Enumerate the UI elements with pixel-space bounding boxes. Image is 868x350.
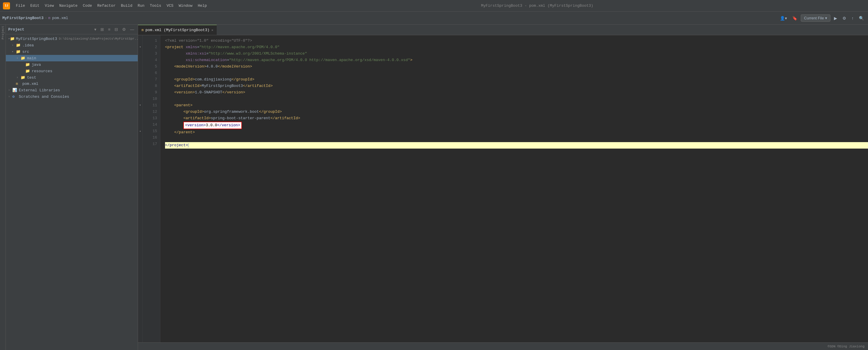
- tree-item-root[interactable]: ▾ 📁 MyFirstSpringBoot3 D:\DingJiaxiong\I…: [6, 35, 138, 42]
- code-14-tag: version: [187, 123, 204, 127]
- profile-button[interactable]: 👤▾: [778, 15, 789, 22]
- code-line-4: xsi:schemaLocation="http://maven.apache.…: [165, 57, 868, 63]
- code-12-end: </: [259, 109, 264, 115]
- code-7-close: >: [252, 76, 255, 83]
- tree-item-libraries[interactable]: › 📊 External Libraries: [6, 87, 138, 93]
- tree-item-resources[interactable]: 📁 resources: [6, 68, 138, 74]
- tab-pom-label: pom.xml (MyFirstSpringBoot3): [145, 28, 209, 32]
- gutter-7: [138, 76, 143, 83]
- code-15-indent: [165, 129, 174, 136]
- code-14-cb: >: [204, 123, 206, 127]
- fold-15[interactable]: ▴: [139, 128, 141, 134]
- sidebar-strip-label[interactable]: Project: [1, 26, 5, 39]
- project-sort-btn[interactable]: ≡: [107, 26, 112, 32]
- bookmark-button[interactable]: 🔖: [790, 15, 799, 22]
- code-5-tag: modelVersion: [177, 63, 204, 70]
- menu-tools[interactable]: Tools: [147, 2, 163, 9]
- fold-2[interactable]: ▾: [139, 44, 141, 51]
- breadcrumb-project[interactable]: MyFirstSpringBoot3: [2, 16, 43, 20]
- tree-label-pom: pom.xml: [22, 82, 38, 86]
- menu-build[interactable]: Build: [119, 2, 135, 9]
- project-scope-btn[interactable]: ⊞: [99, 26, 105, 32]
- tree-item-pom[interactable]: m pom.xml: [6, 81, 138, 87]
- gutter-4: [138, 57, 143, 63]
- tab-close-btn[interactable]: ✕: [211, 28, 214, 32]
- ln-7: 7: [143, 76, 157, 83]
- tree-item-java[interactable]: 📁 java: [6, 61, 138, 68]
- project-minimize-btn[interactable]: —: [129, 26, 135, 32]
- tree-arrow-main: ▾: [17, 56, 21, 60]
- menu-window[interactable]: Window: [177, 2, 195, 9]
- tree-item-main[interactable]: ▾ 📁 main: [6, 55, 138, 61]
- code-12-close: >: [280, 109, 282, 115]
- menu-run[interactable]: Run: [135, 2, 147, 9]
- code-2-val1: "http://maven.apache.org/POM/4.0.0": [199, 44, 280, 51]
- code-4-attr: xsi:schemaLocation: [186, 57, 227, 63]
- code-line-3: xmlns:xsi="http://www.w3.org/2001/XMLSch…: [165, 51, 868, 57]
- gutter-2: ▾: [138, 44, 143, 51]
- tree-item-src[interactable]: ▾ 📁 src: [6, 49, 138, 55]
- code-7-etag: groupId: [236, 76, 252, 83]
- code-line-11: <parent>: [165, 102, 868, 109]
- code-5-ob: <: [174, 63, 177, 70]
- gutter: ▾ ▾ ▴: [138, 35, 143, 342]
- ln-2: 2: [143, 44, 157, 51]
- settings-button[interactable]: ⚙: [841, 15, 848, 22]
- breadcrumb-file[interactable]: pom.xml: [52, 16, 68, 20]
- folder-icon-root: 📁: [10, 36, 15, 41]
- code-12-tag: groupId: [186, 109, 202, 115]
- code-area[interactable]: <?xml version="1.0" encoding="UTF-8"?> <…: [160, 35, 868, 342]
- ln-11: 11: [143, 102, 157, 109]
- tree-item-scratches[interactable]: › ⚙ Scratches and Consoles: [6, 93, 138, 100]
- menu-navigate[interactable]: Navigate: [57, 2, 80, 9]
- code-9-ob: <: [174, 89, 177, 96]
- code-8-close: >: [271, 83, 273, 89]
- menu-view[interactable]: View: [42, 2, 56, 9]
- code-5-etag: modelVersion: [222, 63, 250, 70]
- tree-item-test[interactable]: › 📁 test: [6, 74, 138, 81]
- fold-11[interactable]: ▾: [139, 102, 141, 109]
- code-9-val: 1.0-SNAPSHOT: [195, 89, 222, 96]
- ln-9: 9: [143, 89, 157, 96]
- folder-icon-test: 📁: [21, 75, 26, 80]
- breadcrumb-sep: ›: [44, 16, 47, 20]
- editor-tab-pom[interactable]: m pom.xml (MyFirstSpringBoot3) ✕: [138, 25, 217, 35]
- pom-file-icon-tree: m: [16, 82, 21, 86]
- line-numbers: 1 2 3 4 5 6 7 8 9 10 11 12 13 14 15 16 1…: [143, 35, 160, 342]
- title-bar: IJ File Edit View Navigate Code Refactor…: [0, 0, 868, 12]
- tree-arrow-scratches: ›: [8, 95, 12, 98]
- gutter-9: [138, 89, 143, 96]
- code-7-ob: <: [174, 76, 177, 83]
- code-17-tag: project: [170, 142, 186, 149]
- menu-refactor[interactable]: Refactor: [95, 2, 118, 9]
- code-13-cb: >: [209, 115, 211, 122]
- current-file-button[interactable]: Current File ▾: [801, 14, 830, 22]
- gutter-8: [138, 83, 143, 89]
- run-button[interactable]: ▶: [832, 15, 839, 22]
- code-8-val: MyFirstSpringBoot3: [202, 83, 243, 89]
- code-5-val: 4.0.0: [206, 63, 218, 70]
- code-9-tag: version: [177, 89, 193, 96]
- gutter-6: [138, 70, 143, 76]
- menu-code[interactable]: Code: [81, 2, 94, 9]
- tree-label-java: java: [32, 63, 41, 67]
- project-gear-btn[interactable]: ⚙: [121, 26, 127, 32]
- code-line-16: [165, 136, 868, 142]
- toolbar-actions: 👤▾ 🔖 Current File ▾ ▶ ⚙ ↑ 🔍: [778, 14, 866, 22]
- code-5-close: >: [250, 63, 252, 70]
- menu-edit[interactable]: Edit: [28, 2, 42, 9]
- menu-vcs[interactable]: VCS: [164, 2, 176, 9]
- search-button[interactable]: 🔍: [857, 15, 866, 22]
- code-11-indent: [165, 102, 174, 109]
- menu-help[interactable]: Help: [195, 2, 209, 9]
- code-8-etag: artifactId: [248, 83, 271, 89]
- project-filter-btn[interactable]: ⊟: [113, 26, 119, 32]
- project-panel: Project ▾ ⊞ ≡ ⊟ ⚙ — ▾ 📁 MyFirstSpringBoo…: [6, 25, 138, 350]
- code-15-close: >: [193, 129, 195, 136]
- update-button[interactable]: ↑: [850, 15, 856, 22]
- project-chevron[interactable]: ▾: [93, 26, 97, 32]
- tree-item-idea[interactable]: › 📁 .idea: [6, 42, 138, 49]
- gutter-13: [138, 115, 143, 122]
- code-4-close: >: [410, 57, 412, 63]
- menu-file[interactable]: File: [13, 2, 27, 9]
